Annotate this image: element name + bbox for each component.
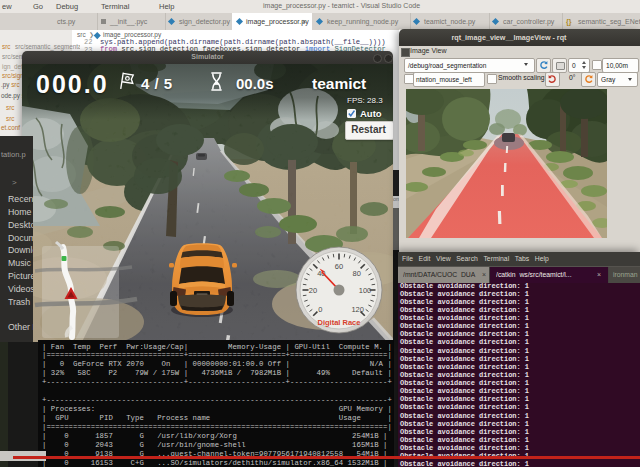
svg-text:120: 120 [351, 305, 364, 314]
svg-text:100: 100 [359, 286, 372, 295]
svg-text:0: 0 [318, 305, 322, 314]
svg-text:Digital Race: Digital Race [318, 318, 361, 327]
svg-text:80: 80 [353, 269, 361, 278]
svg-text:60: 60 [335, 262, 343, 271]
svg-text:20: 20 [309, 286, 317, 295]
